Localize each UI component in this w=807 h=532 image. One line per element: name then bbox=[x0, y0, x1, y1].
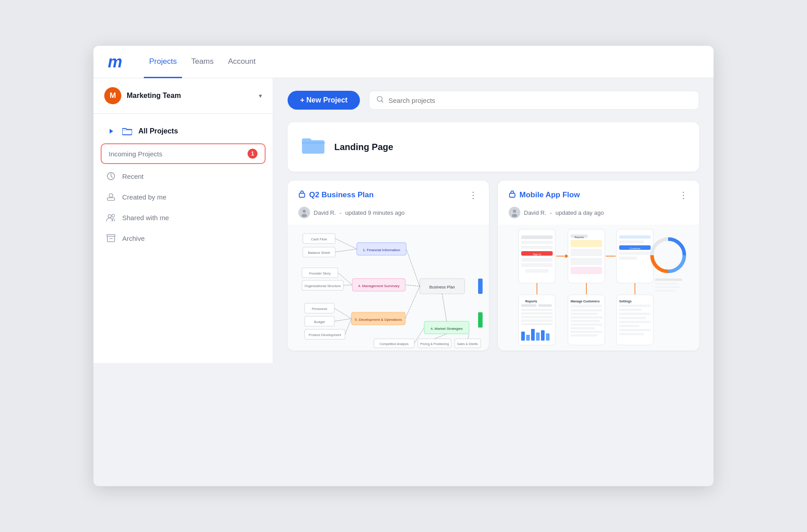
svg-text:Settings: Settings bbox=[619, 300, 632, 303]
svg-rect-96 bbox=[531, 329, 535, 341]
svg-point-3 bbox=[109, 194, 113, 197]
search-icon bbox=[377, 96, 384, 105]
owner-name-mobile: David R. bbox=[524, 209, 546, 216]
svg-rect-89 bbox=[521, 309, 553, 311]
svg-line-40 bbox=[334, 319, 351, 321]
team-name: Marketing Team bbox=[127, 92, 253, 100]
svg-rect-95 bbox=[526, 335, 530, 341]
new-project-button[interactable]: + New Project bbox=[288, 91, 360, 110]
svg-text:Reports: Reports bbox=[525, 300, 537, 303]
svg-text:Personnel: Personnel bbox=[312, 307, 327, 311]
svg-rect-109 bbox=[571, 331, 602, 333]
svg-line-34 bbox=[405, 286, 420, 319]
svg-text:Competitive Analysis: Competitive Analysis bbox=[380, 342, 409, 346]
q2-thumbnail: Business Plan 1. Financial Information C… bbox=[288, 225, 489, 350]
svg-rect-79 bbox=[619, 235, 651, 239]
svg-rect-87 bbox=[521, 304, 537, 307]
archive-label: Archive bbox=[122, 235, 145, 242]
recent-label: Recent bbox=[122, 173, 144, 180]
svg-text:Manage Customers: Manage Customers bbox=[571, 300, 600, 303]
sidebar-item-archive[interactable]: Archive bbox=[93, 228, 273, 248]
clock-icon bbox=[106, 171, 116, 181]
svg-rect-2 bbox=[107, 198, 115, 200]
svg-line-19 bbox=[335, 239, 357, 249]
svg-text:4. Market Strategies: 4. Market Strategies bbox=[430, 327, 463, 331]
more-options-icon[interactable]: ⋮ bbox=[469, 190, 478, 200]
sidebar-navigation: All Projects Incoming Projects 1 Rec bbox=[93, 114, 273, 256]
updated-time-q2: updated 9 minutes ago bbox=[345, 209, 404, 216]
svg-rect-56 bbox=[478, 279, 483, 294]
top-nav: m Projects Teams Account bbox=[93, 46, 714, 78]
sidebar-item-created-by-me[interactable]: Created by me bbox=[93, 186, 273, 207]
svg-line-31 bbox=[343, 285, 352, 285]
svg-rect-120 bbox=[619, 333, 644, 335]
svg-text:1. Financial Information: 1. Financial Information bbox=[363, 248, 400, 252]
svg-text:Product Development: Product Development bbox=[309, 333, 341, 337]
team-avatar: M bbox=[104, 87, 121, 104]
sidebar-item-all-projects[interactable]: All Projects bbox=[93, 121, 273, 142]
svg-rect-68 bbox=[521, 258, 553, 262]
app-logo: m bbox=[108, 53, 122, 71]
updated-time-mobile: updated a day ago bbox=[555, 209, 604, 216]
svg-rect-63 bbox=[521, 235, 553, 239]
svg-text:Sign In: Sign In bbox=[533, 253, 541, 256]
svg-point-10 bbox=[303, 210, 306, 213]
project-title-mobile: Mobile App Flow bbox=[519, 191, 580, 200]
svg-marker-0 bbox=[110, 129, 113, 133]
sidebar-item-incoming-projects[interactable]: Incoming Projects 1 bbox=[101, 143, 266, 164]
sidebar-item-shared-with-me[interactable]: Shared with me bbox=[93, 207, 273, 228]
lock-icon-mobile bbox=[509, 190, 516, 200]
svg-rect-110 bbox=[571, 334, 598, 337]
svg-text:4. Management Summary: 4. Management Summary bbox=[358, 284, 399, 288]
project-card-q2-business-plan[interactable]: Q2 Business Plan ⋮ David R. bbox=[288, 181, 489, 350]
tab-projects[interactable]: Projects bbox=[144, 46, 182, 78]
app-window: m Projects Teams Account M Marketing Tea… bbox=[93, 46, 714, 486]
project-card-landing-page[interactable]: Landing Page bbox=[288, 122, 699, 172]
landing-page-title: Landing Page bbox=[334, 142, 393, 152]
project-card-header: Q2 Business Plan ⋮ bbox=[288, 181, 489, 205]
separator-q2: - bbox=[340, 209, 341, 216]
main-layout: M Marketing Team ▾ bbox=[93, 78, 714, 363]
team-selector[interactable]: M Marketing Team ▾ bbox=[93, 78, 273, 114]
owner-name-q2: David R. bbox=[314, 209, 336, 216]
separator-mobile: - bbox=[550, 209, 552, 216]
project-card-mobile-app-flow[interactable]: Mobile App Flow ⋮ David R. bbox=[498, 181, 699, 350]
svg-rect-83 bbox=[619, 252, 651, 255]
svg-rect-107 bbox=[571, 324, 602, 326]
avatar-david-q2 bbox=[298, 207, 310, 218]
svg-text:Budget: Budget bbox=[314, 320, 325, 324]
tab-account[interactable]: Account bbox=[223, 46, 261, 78]
svg-rect-115 bbox=[619, 313, 651, 315]
all-projects-label: All Projects bbox=[138, 127, 178, 135]
more-options-icon-mobile[interactable]: ⋮ bbox=[679, 190, 688, 200]
svg-rect-123 bbox=[655, 283, 678, 284]
search-input[interactable] bbox=[388, 97, 692, 104]
project-card-header-mobile: Mobile App Flow ⋮ bbox=[498, 181, 699, 205]
avatar-david-mobile bbox=[509, 207, 520, 218]
tab-teams[interactable]: Teams bbox=[186, 46, 219, 78]
svg-point-4 bbox=[108, 215, 111, 218]
created-by-me-label: Created by me bbox=[122, 193, 166, 201]
projects-grid: Landing Page Q2 Business Plan bbox=[288, 122, 699, 350]
svg-line-16 bbox=[406, 249, 420, 286]
shared-with-me-label: Shared with me bbox=[122, 214, 169, 222]
svg-rect-99 bbox=[546, 333, 550, 341]
nav-tabs: Projects Teams Account bbox=[144, 46, 261, 78]
expand-icon bbox=[106, 126, 116, 136]
svg-rect-77 bbox=[571, 267, 602, 274]
svg-rect-97 bbox=[536, 332, 540, 341]
content-area: + New Project bbox=[273, 78, 714, 363]
svg-text:Founder Story: Founder Story bbox=[309, 271, 331, 275]
svg-text:Reports: Reports bbox=[574, 236, 584, 239]
sidebar-item-recent[interactable]: Recent bbox=[93, 166, 273, 186]
svg-text:Cash Flow: Cash Flow bbox=[311, 237, 327, 241]
svg-rect-117 bbox=[619, 321, 651, 323]
lock-icon bbox=[298, 190, 306, 200]
project-meta-mobile: David R. - updated a day ago bbox=[498, 205, 699, 225]
svg-line-46 bbox=[442, 294, 447, 321]
svg-point-60 bbox=[513, 210, 516, 213]
svg-text:5. Development & Operations: 5. Development & Operations bbox=[355, 318, 402, 322]
svg-line-55 bbox=[468, 334, 469, 339]
svg-rect-92 bbox=[521, 319, 553, 322]
svg-rect-119 bbox=[619, 329, 651, 331]
